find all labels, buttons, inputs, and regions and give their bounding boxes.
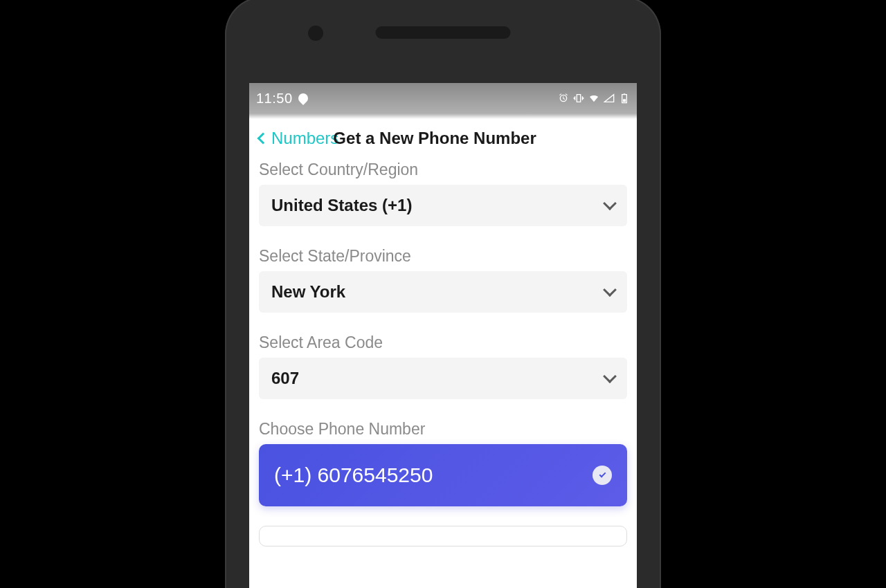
areacode-select[interactable]: 607	[259, 358, 627, 399]
areacode-field: Select Area Code 607	[259, 328, 627, 399]
state-field: Select State/Province New York	[259, 241, 627, 313]
status-time: 11:50	[256, 91, 293, 107]
check-circle-icon	[593, 466, 612, 485]
back-label: Numbers	[271, 129, 338, 148]
speaker-slit	[376, 26, 511, 39]
signal-icon	[604, 93, 615, 104]
phone-number-option-next[interactable]	[259, 526, 627, 546]
wifi-icon	[588, 93, 599, 104]
header-gradient	[249, 113, 637, 119]
phone-frame: 11:50 Numbers Get a New Phone Number Sel…	[225, 0, 661, 588]
alarm-icon	[558, 93, 569, 104]
areacode-label: Select Area Code	[259, 328, 627, 358]
country-label: Select Country/Region	[259, 155, 627, 185]
svg-rect-1	[624, 93, 626, 94]
battery-icon	[619, 93, 630, 104]
camera-dot	[308, 26, 323, 41]
phone-choice-label: Choose Phone Number	[259, 414, 627, 444]
location-icon	[296, 91, 310, 105]
chevron-down-icon	[603, 196, 617, 210]
screen: 11:50 Numbers Get a New Phone Number Sel…	[249, 83, 637, 588]
state-value: New York	[271, 282, 345, 302]
phone-number-value: (+1) 6076545250	[274, 463, 433, 487]
chevron-down-icon	[603, 283, 617, 297]
areacode-value: 607	[271, 369, 299, 388]
chevron-down-icon	[603, 369, 617, 383]
country-field: Select Country/Region United States (+1)	[259, 155, 627, 226]
state-label: Select State/Province	[259, 241, 627, 271]
country-select[interactable]: United States (+1)	[259, 185, 627, 226]
status-bar: 11:50	[249, 83, 637, 113]
app-header: Numbers Get a New Phone Number	[249, 119, 637, 155]
back-button[interactable]: Numbers	[259, 129, 338, 148]
status-icons	[558, 93, 630, 104]
page-title: Get a New Phone Number	[333, 129, 536, 148]
check-mark-icon	[599, 471, 606, 478]
form-content: Select Country/Region United States (+1)…	[249, 155, 637, 546]
country-value: United States (+1)	[271, 196, 412, 215]
phone-number-option-selected[interactable]: (+1) 6076545250	[259, 444, 627, 506]
state-select[interactable]: New York	[259, 271, 627, 313]
svg-rect-0	[623, 99, 626, 102]
chevron-left-icon	[257, 133, 269, 145]
phone-choice-field: Choose Phone Number (+1) 6076545250	[259, 414, 627, 546]
vibrate-icon	[573, 93, 584, 104]
